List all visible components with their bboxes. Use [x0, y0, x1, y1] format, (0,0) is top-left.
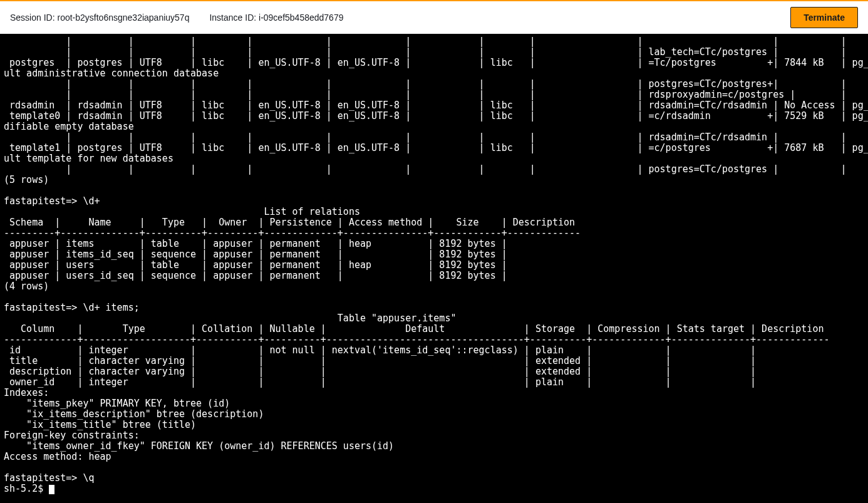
terminal-content: | | | | | | | | | | | | | | | |	[4, 36, 868, 494]
session-id-group: Session ID: root-b2ysfto6nsgne32iapaniuy…	[10, 13, 189, 23]
session-id-value: root-b2ysfto6nsgne32iapaniuy57q	[57, 13, 189, 23]
session-header-bar: Session ID: root-b2ysfto6nsgne32iapaniuy…	[0, 0, 868, 34]
instance-id-group: Instance ID: i-09cef5b458edd7679	[209, 13, 343, 23]
header-info: Session ID: root-b2ysfto6nsgne32iapaniuy…	[10, 13, 343, 23]
terminal-output[interactable]: | | | | | | | | | | | | | | | |	[0, 34, 868, 503]
terminate-button[interactable]: Terminate	[790, 7, 858, 28]
terminal-cursor	[49, 485, 54, 494]
session-id-label: Session ID:	[10, 13, 55, 23]
instance-id-value: i-09cef5b458edd7679	[259, 13, 343, 23]
instance-id-label: Instance ID:	[209, 13, 256, 23]
